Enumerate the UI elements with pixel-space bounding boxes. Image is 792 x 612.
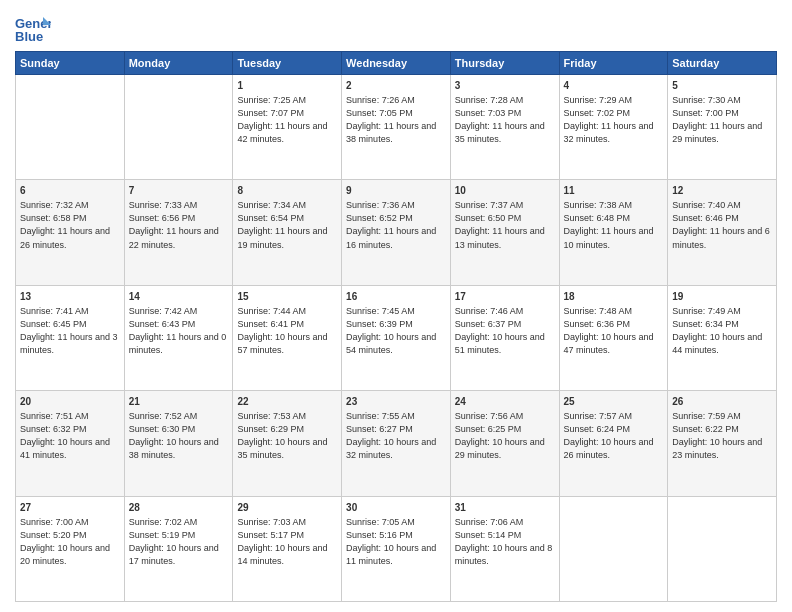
day-number: 22 [237,395,337,409]
header: General Blue [15,15,777,43]
weekday-header: Saturday [668,52,777,75]
day-info: Sunrise: 7:05 AM Sunset: 5:16 PM Dayligh… [346,517,436,566]
day-info: Sunrise: 7:55 AM Sunset: 6:27 PM Dayligh… [346,411,436,460]
day-number: 3 [455,79,555,93]
day-number: 1 [237,79,337,93]
calendar-cell: 9Sunrise: 7:36 AM Sunset: 6:52 PM Daylig… [342,180,451,285]
calendar-cell: 6Sunrise: 7:32 AM Sunset: 6:58 PM Daylig… [16,180,125,285]
calendar-cell: 13Sunrise: 7:41 AM Sunset: 6:45 PM Dayli… [16,285,125,390]
day-info: Sunrise: 7:33 AM Sunset: 6:56 PM Dayligh… [129,200,219,249]
day-number: 21 [129,395,229,409]
calendar-cell: 27Sunrise: 7:00 AM Sunset: 5:20 PM Dayli… [16,496,125,601]
calendar-cell: 16Sunrise: 7:45 AM Sunset: 6:39 PM Dayli… [342,285,451,390]
calendar-cell: 3Sunrise: 7:28 AM Sunset: 7:03 PM Daylig… [450,75,559,180]
weekday-header: Sunday [16,52,125,75]
calendar-cell: 12Sunrise: 7:40 AM Sunset: 6:46 PM Dayli… [668,180,777,285]
weekday-header: Tuesday [233,52,342,75]
day-info: Sunrise: 7:56 AM Sunset: 6:25 PM Dayligh… [455,411,545,460]
calendar-cell: 7Sunrise: 7:33 AM Sunset: 6:56 PM Daylig… [124,180,233,285]
calendar-cell: 17Sunrise: 7:46 AM Sunset: 6:37 PM Dayli… [450,285,559,390]
day-number: 2 [346,79,446,93]
calendar-body: 1Sunrise: 7:25 AM Sunset: 7:07 PM Daylig… [16,75,777,602]
day-number: 10 [455,184,555,198]
day-number: 27 [20,501,120,515]
calendar-cell: 28Sunrise: 7:02 AM Sunset: 5:19 PM Dayli… [124,496,233,601]
day-number: 13 [20,290,120,304]
calendar-cell: 23Sunrise: 7:55 AM Sunset: 6:27 PM Dayli… [342,391,451,496]
day-info: Sunrise: 7:37 AM Sunset: 6:50 PM Dayligh… [455,200,545,249]
day-info: Sunrise: 7:32 AM Sunset: 6:58 PM Dayligh… [20,200,110,249]
weekday-header: Friday [559,52,668,75]
calendar-week-row: 1Sunrise: 7:25 AM Sunset: 7:07 PM Daylig… [16,75,777,180]
day-number: 11 [564,184,664,198]
day-number: 31 [455,501,555,515]
day-info: Sunrise: 7:34 AM Sunset: 6:54 PM Dayligh… [237,200,327,249]
calendar-cell: 19Sunrise: 7:49 AM Sunset: 6:34 PM Dayli… [668,285,777,390]
page: General Blue SundayMondayTuesdayWednesda… [0,0,792,612]
day-info: Sunrise: 7:51 AM Sunset: 6:32 PM Dayligh… [20,411,110,460]
day-info: Sunrise: 7:26 AM Sunset: 7:05 PM Dayligh… [346,95,436,144]
calendar-cell: 31Sunrise: 7:06 AM Sunset: 5:14 PM Dayli… [450,496,559,601]
calendar-week-row: 20Sunrise: 7:51 AM Sunset: 6:32 PM Dayli… [16,391,777,496]
calendar-cell: 25Sunrise: 7:57 AM Sunset: 6:24 PM Dayli… [559,391,668,496]
calendar-table: SundayMondayTuesdayWednesdayThursdayFrid… [15,51,777,602]
svg-text:Blue: Blue [15,29,43,43]
calendar-cell: 4Sunrise: 7:29 AM Sunset: 7:02 PM Daylig… [559,75,668,180]
day-number: 8 [237,184,337,198]
day-info: Sunrise: 7:45 AM Sunset: 6:39 PM Dayligh… [346,306,436,355]
calendar-week-row: 6Sunrise: 7:32 AM Sunset: 6:58 PM Daylig… [16,180,777,285]
calendar-cell [668,496,777,601]
day-info: Sunrise: 7:00 AM Sunset: 5:20 PM Dayligh… [20,517,110,566]
calendar-cell: 11Sunrise: 7:38 AM Sunset: 6:48 PM Dayli… [559,180,668,285]
day-info: Sunrise: 7:30 AM Sunset: 7:00 PM Dayligh… [672,95,762,144]
calendar-cell: 22Sunrise: 7:53 AM Sunset: 6:29 PM Dayli… [233,391,342,496]
day-info: Sunrise: 7:48 AM Sunset: 6:36 PM Dayligh… [564,306,654,355]
day-number: 15 [237,290,337,304]
calendar-cell: 26Sunrise: 7:59 AM Sunset: 6:22 PM Dayli… [668,391,777,496]
weekday-header: Monday [124,52,233,75]
calendar-week-row: 13Sunrise: 7:41 AM Sunset: 6:45 PM Dayli… [16,285,777,390]
day-number: 19 [672,290,772,304]
day-number: 28 [129,501,229,515]
calendar-cell: 30Sunrise: 7:05 AM Sunset: 5:16 PM Dayli… [342,496,451,601]
calendar-cell: 1Sunrise: 7:25 AM Sunset: 7:07 PM Daylig… [233,75,342,180]
calendar-cell: 18Sunrise: 7:48 AM Sunset: 6:36 PM Dayli… [559,285,668,390]
calendar-cell: 20Sunrise: 7:51 AM Sunset: 6:32 PM Dayli… [16,391,125,496]
day-number: 7 [129,184,229,198]
day-number: 4 [564,79,664,93]
calendar-cell: 2Sunrise: 7:26 AM Sunset: 7:05 PM Daylig… [342,75,451,180]
day-number: 25 [564,395,664,409]
day-number: 30 [346,501,446,515]
day-number: 5 [672,79,772,93]
day-info: Sunrise: 7:46 AM Sunset: 6:37 PM Dayligh… [455,306,545,355]
day-number: 6 [20,184,120,198]
day-number: 29 [237,501,337,515]
day-number: 24 [455,395,555,409]
day-number: 17 [455,290,555,304]
day-number: 18 [564,290,664,304]
day-number: 16 [346,290,446,304]
day-info: Sunrise: 7:02 AM Sunset: 5:19 PM Dayligh… [129,517,219,566]
calendar-cell [124,75,233,180]
calendar-cell: 21Sunrise: 7:52 AM Sunset: 6:30 PM Dayli… [124,391,233,496]
calendar-header-row: SundayMondayTuesdayWednesdayThursdayFrid… [16,52,777,75]
day-info: Sunrise: 7:41 AM Sunset: 6:45 PM Dayligh… [20,306,118,355]
day-number: 23 [346,395,446,409]
day-info: Sunrise: 7:59 AM Sunset: 6:22 PM Dayligh… [672,411,762,460]
calendar-cell: 15Sunrise: 7:44 AM Sunset: 6:41 PM Dayli… [233,285,342,390]
calendar-cell: 29Sunrise: 7:03 AM Sunset: 5:17 PM Dayli… [233,496,342,601]
calendar-week-row: 27Sunrise: 7:00 AM Sunset: 5:20 PM Dayli… [16,496,777,601]
day-info: Sunrise: 7:25 AM Sunset: 7:07 PM Dayligh… [237,95,327,144]
day-info: Sunrise: 7:42 AM Sunset: 6:43 PM Dayligh… [129,306,227,355]
calendar-cell: 10Sunrise: 7:37 AM Sunset: 6:50 PM Dayli… [450,180,559,285]
day-number: 9 [346,184,446,198]
day-number: 26 [672,395,772,409]
day-number: 20 [20,395,120,409]
day-info: Sunrise: 7:28 AM Sunset: 7:03 PM Dayligh… [455,95,545,144]
day-info: Sunrise: 7:03 AM Sunset: 5:17 PM Dayligh… [237,517,327,566]
calendar-cell [16,75,125,180]
day-info: Sunrise: 7:44 AM Sunset: 6:41 PM Dayligh… [237,306,327,355]
day-info: Sunrise: 7:38 AM Sunset: 6:48 PM Dayligh… [564,200,654,249]
calendar-cell: 8Sunrise: 7:34 AM Sunset: 6:54 PM Daylig… [233,180,342,285]
day-info: Sunrise: 7:53 AM Sunset: 6:29 PM Dayligh… [237,411,327,460]
